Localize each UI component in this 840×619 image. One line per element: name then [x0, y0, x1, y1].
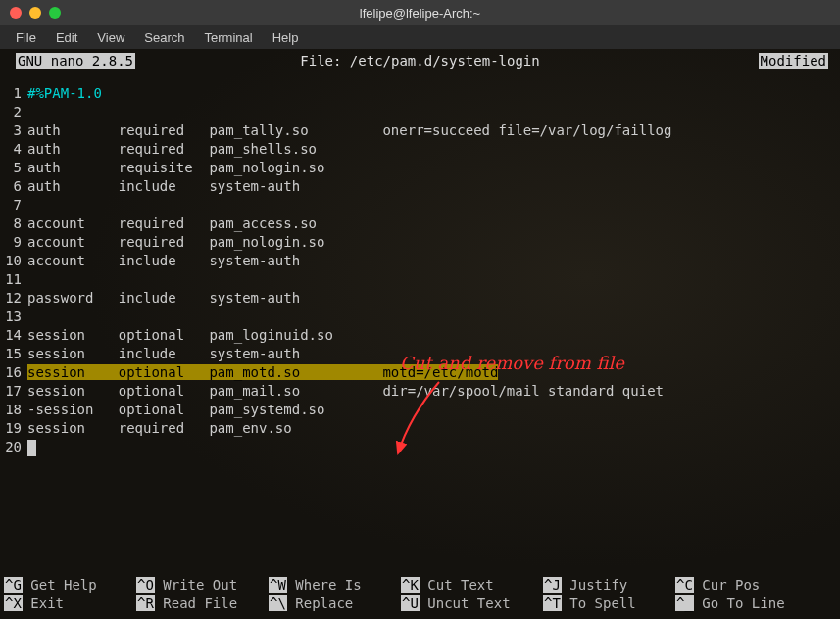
cursor-icon — [27, 440, 36, 456]
editor-line: 10account include system-auth — [0, 252, 840, 270]
shortcut-key: ^\ — [269, 595, 287, 611]
menubar: File Edit View Search Terminal Help — [0, 25, 840, 49]
minimize-icon[interactable] — [29, 7, 41, 19]
shortcut-label: Write Out — [163, 577, 237, 593]
editor-line: 20 — [0, 438, 840, 456]
line-content: auth required pam_shells.so — [27, 140, 840, 159]
shortcut-label: Get Help — [30, 577, 96, 593]
line-content — [27, 196, 840, 214]
editor-line: 8account required pam_access.so — [0, 214, 840, 233]
line-content: password include system-auth — [27, 289, 840, 308]
menu-terminal[interactable]: Terminal — [197, 28, 261, 47]
window-title: lfelipe@lfelipe-Arch:~ — [360, 6, 480, 21]
window-controls — [0, 7, 61, 19]
file-prefix: File: — [300, 53, 350, 69]
line-content: session required pam_env.so — [27, 419, 840, 438]
shortcut-label: Go To Line — [702, 595, 784, 611]
shortcut-label: Replace — [295, 595, 353, 611]
editor-line: 16session optional pam_motd.so motd=/etc… — [0, 363, 840, 382]
shortcut-label: To Spell — [569, 595, 635, 611]
editor-line: 9account required pam_nologin.so — [0, 233, 840, 252]
line-content — [27, 438, 840, 456]
shortcut-key: ^X — [4, 595, 23, 611]
shortcut-label: Where Is — [295, 577, 361, 593]
editor-line: 11 — [0, 270, 840, 289]
editor-line: 2 — [0, 103, 840, 121]
menu-file[interactable]: File — [8, 28, 44, 47]
shortcut-key: ^U — [401, 595, 420, 611]
shortcut-key: ^C — [675, 577, 694, 593]
shortcut-label: Uncut Text — [427, 595, 510, 611]
menu-search[interactable]: Search — [136, 28, 192, 47]
menu-help[interactable]: Help — [265, 28, 307, 47]
line-content — [27, 270, 840, 289]
terminal-area[interactable]: GNU nano 2.8.5 File: /etc/pam.d/system-l… — [0, 49, 840, 619]
shortcut-label: Cur Pos — [702, 577, 760, 593]
shortcut-label: Cut Text — [427, 577, 493, 593]
shortcut-label: Read File — [163, 595, 237, 611]
shortcut-key: ^W — [269, 577, 287, 593]
shortcut-key: ^J — [543, 577, 562, 593]
line-content: #%PAM-1.0 — [27, 84, 840, 103]
editor-line: 17session optional pam_mail.so dir=/var/… — [0, 382, 840, 401]
maximize-icon[interactable] — [49, 7, 61, 19]
shortcut-key: ^T — [543, 595, 562, 611]
line-content — [27, 308, 840, 326]
shortcut-key: ^O — [136, 577, 155, 593]
line-content: session optional pam_loginuid.so — [27, 326, 840, 345]
nano-version: GNU nano 2.8.5 — [16, 53, 135, 69]
line-content: auth include system-auth — [27, 177, 840, 196]
line-content: account required pam_nologin.so — [27, 233, 840, 252]
nano-modified: Modified — [759, 53, 828, 69]
shortcut-key: ^K — [401, 577, 420, 593]
line-content: -session optional pam_systemd.so — [27, 401, 840, 419]
editor-body[interactable]: 1#%PAM-1.0 2 3auth required pam_tally.so… — [0, 72, 840, 456]
nano-footer: ^G Get Help ^O Write Out ^W Where Is ^K … — [0, 576, 840, 613]
close-icon[interactable] — [10, 7, 22, 19]
highlighted-text: session optional pam_motd.so motd=/etc/m… — [27, 364, 498, 380]
shortcut-key: ^_ — [675, 595, 694, 611]
menu-view[interactable]: View — [89, 28, 132, 47]
editor-line: 7 — [0, 196, 840, 214]
editor-line: 14session optional pam_loginuid.so — [0, 326, 840, 345]
line-content: account include system-auth — [27, 252, 840, 270]
editor-line: 19session required pam_env.so — [0, 419, 840, 438]
shortcut-label: Exit — [30, 595, 64, 611]
titlebar: lfelipe@lfelipe-Arch:~ — [0, 0, 840, 25]
shortcut-label: Justify — [569, 577, 627, 593]
editor-line: 13 — [0, 308, 840, 326]
line-content — [27, 103, 840, 121]
editor-line: 3auth required pam_tally.so onerr=succee… — [0, 121, 840, 140]
line-content: session optional pam_mail.so dir=/var/sp… — [27, 382, 840, 401]
shortcut-key: ^G — [4, 577, 23, 593]
shortcut-key: ^R — [136, 595, 155, 611]
editor-line: 6auth include system-auth — [0, 177, 840, 196]
line-content: auth required pam_tally.so onerr=succeed… — [27, 121, 840, 140]
editor-line: 12password include system-auth — [0, 289, 840, 308]
line-content: session include system-auth — [27, 345, 840, 363]
editor-line: 1#%PAM-1.0 — [0, 84, 840, 103]
file-path: /etc/pam.d/system-login — [350, 53, 540, 69]
line-content: account required pam_access.so — [27, 214, 840, 233]
editor-line: 5auth requisite pam_nologin.so — [0, 159, 840, 177]
editor-line: 18-session optional pam_systemd.so — [0, 401, 840, 419]
editor-line: 4auth required pam_shells.so — [0, 140, 840, 159]
line-content-highlighted: session optional pam_motd.so motd=/etc/m… — [27, 363, 840, 382]
line-content: auth requisite pam_nologin.so — [27, 159, 840, 177]
nano-file-label: File: /etc/pam.d/system-login — [300, 53, 539, 69]
nano-header: GNU nano 2.8.5 File: /etc/pam.d/system-l… — [0, 49, 840, 72]
editor-line: 15session include system-auth — [0, 345, 840, 363]
menu-edit[interactable]: Edit — [48, 28, 85, 47]
